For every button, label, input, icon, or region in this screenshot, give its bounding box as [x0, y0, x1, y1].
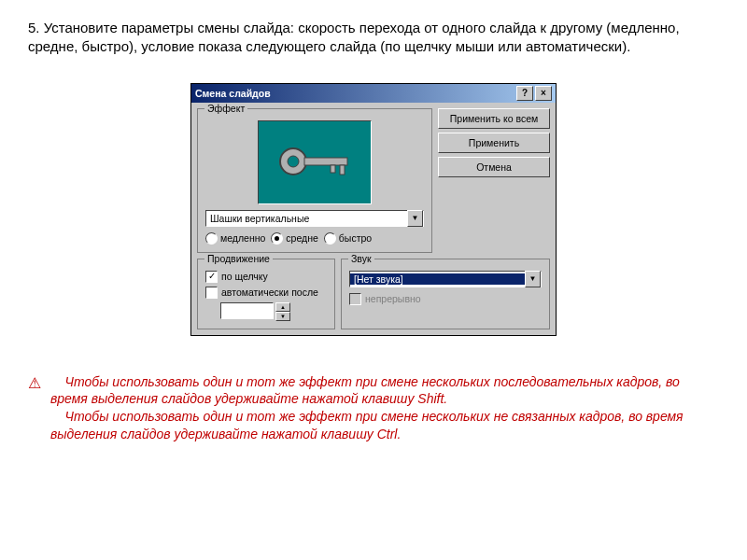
svg-rect-4 [340, 165, 345, 175]
spin-down-icon[interactable]: ▼ [275, 312, 290, 321]
dialog-container: Смена слайдов ? × Эффект [28, 83, 719, 336]
help-button[interactable]: ? [516, 86, 533, 101]
instruction-text: 5. Установите параметры смены слайда: ск… [28, 19, 719, 57]
effect-legend: Эффект [204, 103, 247, 114]
sound-group: Звук [Нет звука] ▼ непрерывно [341, 259, 550, 329]
spin-up-icon[interactable]: ▲ [275, 302, 290, 312]
svg-point-1 [288, 156, 299, 167]
sound-dropdown[interactable]: [Нет звука] ▼ [349, 271, 542, 287]
svg-rect-3 [331, 165, 335, 173]
svg-rect-2 [304, 158, 347, 165]
note-line1: Чтобы использовать один и тот же эффект … [50, 374, 680, 407]
key-icon [273, 141, 357, 183]
auto-after-checkbox[interactable]: автоматически после [205, 287, 327, 299]
titlebar[interactable]: Смена слайдов ? × [191, 84, 556, 103]
slide-transition-dialog: Смена слайдов ? × Эффект [190, 83, 557, 336]
apply-button[interactable]: Применить [438, 133, 550, 153]
speed-medium-radio[interactable]: средне [271, 232, 317, 245]
note-line2: Чтобы использовать один и тот же эффект … [50, 409, 684, 441]
advance-legend: Продвижение [204, 253, 273, 264]
warning-icon: ⚠ [28, 373, 41, 444]
auto-time-spinner[interactable]: ▲ ▼ [220, 302, 327, 321]
effect-value: Шашки вертикальные [206, 213, 407, 224]
button-column: Применить ко всем Применить Отмена [438, 108, 550, 253]
chevron-down-icon[interactable]: ▼ [407, 210, 423, 227]
speed-radio-group: медленно средне быстро [205, 232, 424, 245]
close-button[interactable]: × [535, 86, 552, 101]
sound-legend: Звук [348, 253, 374, 264]
cancel-button[interactable]: Отмена [438, 157, 550, 177]
effect-dropdown[interactable]: Шашки вертикальные ▼ [205, 210, 424, 227]
chevron-down-icon[interactable]: ▼ [525, 271, 541, 287]
time-input[interactable] [220, 302, 274, 319]
on-click-checkbox[interactable]: ✓ по щелчку [205, 271, 327, 283]
speed-slow-radio[interactable]: медленно [205, 232, 265, 245]
effect-group: Эффект Шашки вертикальные ▼ [197, 108, 432, 253]
warning-note: ⚠ Чтобы использовать один и тот же эффек… [28, 373, 719, 444]
dialog-title: Смена слайдов [195, 88, 514, 99]
sound-value: [Нет звука] [350, 273, 525, 285]
speed-fast-radio[interactable]: быстро [324, 232, 372, 245]
apply-all-button[interactable]: Применить ко всем [438, 108, 550, 129]
effect-preview[interactable] [258, 120, 372, 204]
loop-checkbox: непрерывно [349, 293, 542, 305]
advance-group: Продвижение ✓ по щелчку автоматически по… [197, 259, 335, 329]
